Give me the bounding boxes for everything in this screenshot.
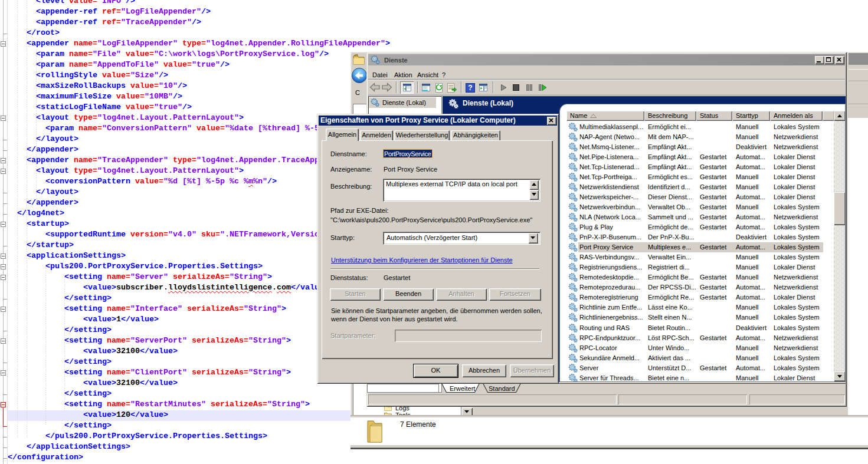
svg-text:Standard: Standard: [489, 385, 515, 392]
svg-text:Erweitert: Erweitert: [450, 385, 475, 392]
